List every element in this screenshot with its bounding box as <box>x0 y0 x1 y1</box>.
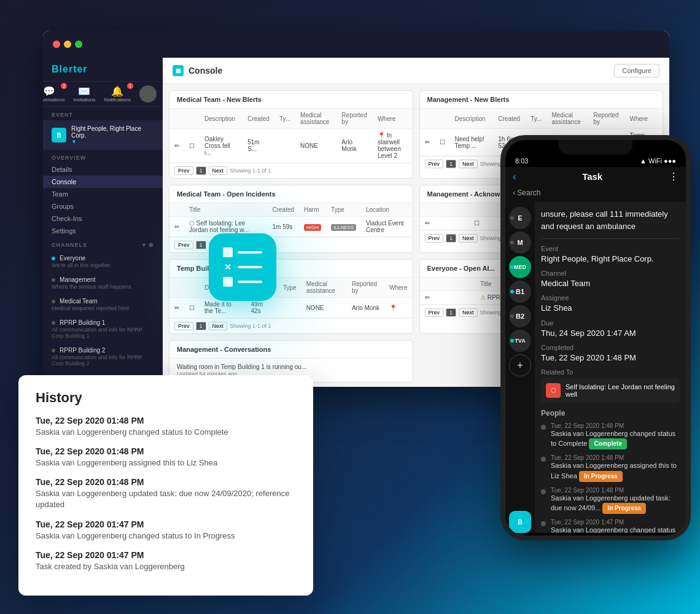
edit-cell[interactable]: ✏ <box>420 217 469 230</box>
due-value: Thu, 24 Sep 2020 1:47 AM <box>541 328 680 339</box>
channel-rprp2[interactable]: RPRP Building 2 All communication and in… <box>43 343 163 370</box>
icon-row-1 <box>223 247 262 257</box>
col-type: Ty... <box>274 109 295 129</box>
panel-footer-medical-new: Prev 1 Next Showing 1-1 of 1 <box>169 163 413 178</box>
checkbox-cell[interactable]: ☐ <box>184 129 200 163</box>
prev-button[interactable]: Prev <box>174 166 193 175</box>
next-button[interactable]: Next <box>459 234 478 243</box>
channel-avatar-tva[interactable]: TVA <box>509 330 531 352</box>
page-1-button[interactable]: 1 <box>446 234 456 243</box>
sidebar-top-icons: 💬 Conversations 2 ✉️ Invitations 🔔 Notif… <box>43 82 163 107</box>
sidebar-item-details[interactable]: Details <box>43 163 163 176</box>
panel-table-medical-new: Description Created Ty... Medical assist… <box>169 109 413 163</box>
edit-cell[interactable]: ✏ <box>169 129 184 163</box>
history-time-1: Tue, 22 Sep 2020 1:48 PM <box>551 422 680 429</box>
col-reported: Reported by <box>336 109 373 129</box>
history-time-4: Tue, 22 Sep 2020 1:47 PM <box>551 519 680 526</box>
main-title: ▦ Console <box>173 65 222 76</box>
history-text-1: Tue, 22 Sep 2020 1:48 PM Saskia van Logg… <box>551 422 680 449</box>
history-card-entry-3: Tue, 22 Sep 2020 01:48 PM Saskia van Log… <box>36 477 296 510</box>
edit-cell[interactable]: ✏ <box>420 129 435 156</box>
maximize-button[interactable] <box>75 41 82 48</box>
history-entry-1: Tue, 22 Sep 2020 1:48 PM Saskia van Logg… <box>541 422 680 449</box>
channel-avatar-med[interactable]: MED <box>509 256 531 278</box>
page-1-button[interactable]: 1 <box>196 166 206 175</box>
col-edit <box>169 109 184 129</box>
page-1-button[interactable]: 1 <box>446 160 456 168</box>
history-entry-3: Tue, 22 Sep 2020 1:48 PM Saskia van Logg… <box>541 487 680 514</box>
channel-dot-rprp2 <box>52 349 55 352</box>
desc-cell: Need help! Temp ... <box>450 129 494 156</box>
event-label: Event <box>541 245 680 252</box>
history-card-entry-5: Tue, 22 Sep 2020 01:47 PM Task created b… <box>36 550 296 572</box>
completed-value: Tue, 22 Sep 2020 1:48 PM <box>541 352 680 363</box>
sidebar-item-console[interactable]: Console <box>43 176 163 188</box>
col-check <box>435 109 450 129</box>
event-name: Right People, Right Place Corp. <box>71 125 154 139</box>
sidebar-item-groups[interactable]: Groups <box>43 200 163 212</box>
sidebar-item-team[interactable]: Team <box>43 188 163 200</box>
event-value: Right People, Right Place Corp. <box>541 254 680 265</box>
prev-button[interactable]: Prev <box>425 308 444 317</box>
channel-desc-rprp1: All communication and info for RPRP Corp… <box>52 327 154 339</box>
event-block[interactable]: B Right People, Right Place Corp. ▼ <box>43 120 163 150</box>
minimize-button[interactable] <box>64 41 71 48</box>
col-check <box>184 109 200 129</box>
col-edit <box>420 203 469 217</box>
history-card-time-4: Tue, 22 Sep 2020 01:47 PM <box>36 519 296 529</box>
type-cell <box>274 129 295 163</box>
channel-avatar-blerter[interactable]: B <box>509 511 531 533</box>
page-1-button[interactable]: 1 <box>446 308 456 317</box>
channel-avatar-m[interactable]: M <box>509 231 531 254</box>
people-label: People <box>541 409 680 418</box>
close-button[interactable] <box>53 41 60 48</box>
channel-avatar-plus[interactable]: + <box>509 354 531 376</box>
history-card-title: History <box>36 390 296 406</box>
channel-dot-rprp1 <box>52 321 55 325</box>
conversations-badge: 2 <box>61 83 67 89</box>
blerter-header: Blerter <box>43 58 163 82</box>
next-button[interactable]: Next <box>459 160 478 168</box>
invitations-icon[interactable]: ✉️ Invitations <box>73 85 95 103</box>
icon-line-3 <box>238 281 262 283</box>
sidebar-item-groups-label: Groups <box>52 203 74 210</box>
col-desc: Description <box>450 109 494 129</box>
sidebar-item-checkins[interactable]: Check-Ins <box>43 212 163 225</box>
history-card-desc-1: Saskia van Loggerenberg changed status t… <box>36 427 296 438</box>
notifications-icon[interactable]: 🔔 Notifications 1 <box>104 85 131 103</box>
col-where: Where <box>373 109 413 129</box>
edit-cell[interactable]: ✏ <box>420 291 475 305</box>
col-created: Created <box>243 109 274 129</box>
back-search[interactable]: ‹ Search <box>513 188 540 197</box>
channel-avatar-b2[interactable]: B2 <box>509 305 531 327</box>
channel-avatar-e[interactable]: E <box>509 207 531 229</box>
panel-medical-new-blerts: Medical Team - New Blerts Description Cr… <box>169 90 413 179</box>
event-section-label: EVENT <box>43 107 163 120</box>
desc-cell: Oakley Cross fell i... <box>200 129 243 163</box>
phone-time: 8:03 <box>515 157 528 165</box>
user-avatar[interactable] <box>139 85 157 103</box>
channel-avatar-b1[interactable]: B1 <box>509 281 531 303</box>
task-assignee-section: Assignee Liz Shea <box>541 294 680 314</box>
col-edit <box>420 278 475 291</box>
assignee-value: Liz Shea <box>541 303 680 314</box>
checkbox-cell[interactable]: ☐ <box>435 129 450 156</box>
next-button[interactable]: Next <box>459 308 478 317</box>
main-header: ▦ Console Configure <box>163 58 669 84</box>
table-row[interactable]: ✏ ☐ Oakley Cross fell i... 51m S... NONE… <box>169 129 413 163</box>
history-card: History Tue, 22 Sep 2020 01:48 PM Saskia… <box>18 375 313 596</box>
related-to-item[interactable]: ⬡ Self Isolating: Lee Jordan not feeling… <box>541 378 680 403</box>
conversations-icon[interactable]: 💬 Conversations 2 <box>43 85 64 103</box>
col-location: Location <box>361 203 413 217</box>
history-card-time-3: Tue, 22 Sep 2020 01:48 PM <box>36 477 296 487</box>
col-type: Type <box>326 203 361 217</box>
notifications-badge: 1 <box>127 83 133 89</box>
sidebar: Blerter 💬 Conversations 2 ✉️ Invitations… <box>43 58 163 387</box>
back-button[interactable]: ‹ <box>513 171 516 182</box>
more-button[interactable]: ⋮ <box>669 171 679 182</box>
prev-button[interactable]: Prev <box>425 234 444 243</box>
prev-button[interactable]: Prev <box>425 160 444 168</box>
col-desc: Description <box>200 109 243 129</box>
channel-name-medical: Medical Team <box>60 298 98 305</box>
configure-button[interactable]: Configure <box>614 64 659 77</box>
